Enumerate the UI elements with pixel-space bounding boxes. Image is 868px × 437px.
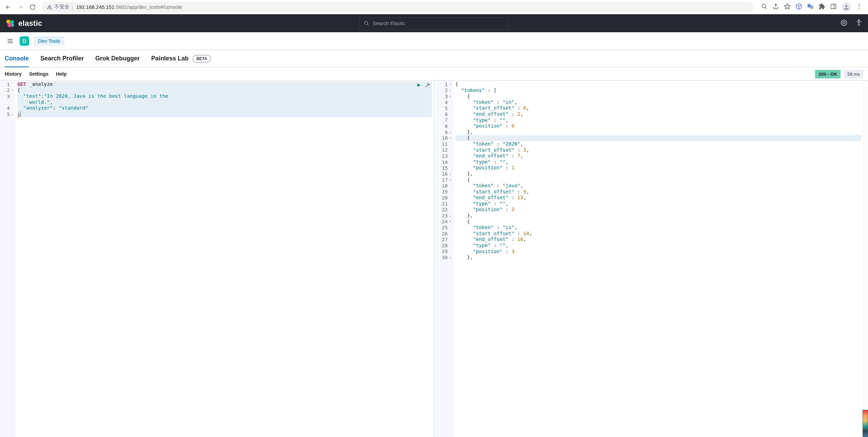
history-link[interactable]: History <box>5 71 22 77</box>
bookmark-star-icon[interactable] <box>784 3 791 11</box>
svg-rect-3 <box>831 4 836 8</box>
nav-forward-button[interactable] <box>15 2 26 13</box>
svg-point-12 <box>841 20 847 26</box>
cube-icon[interactable] <box>795 3 802 11</box>
request-options-button[interactable] <box>425 82 431 89</box>
address-warn-label: 不安全 <box>54 4 70 10</box>
devtools-tabs: Console Search Profiler Grok Debugger Pa… <box>0 50 868 68</box>
settings-link[interactable]: Settings <box>29 71 48 77</box>
console-toolbar: History Settings Help 200 - OK 56 ms <box>0 68 868 81</box>
space-selector[interactable]: D <box>20 36 29 46</box>
tab-console[interactable]: Console <box>5 50 29 67</box>
elastic-logo-mark <box>5 19 15 28</box>
request-pane: 12▾345▴ GET _analyze{ "text":"In 2020, J… <box>0 81 434 437</box>
send-request-button[interactable] <box>416 82 422 89</box>
beta-badge: BETA <box>193 55 211 62</box>
global-search-placeholder: Search Elastic <box>373 20 405 26</box>
nav-toggle-button[interactable] <box>5 36 15 46</box>
perf-meter <box>863 410 868 437</box>
response-viewer[interactable]: { "tokens" : [ { "token" : "in", "start_… <box>453 81 864 437</box>
zoom-icon[interactable] <box>761 3 768 11</box>
tab-grok-debugger[interactable]: Grok Debugger <box>95 50 140 67</box>
share-icon[interactable] <box>772 3 779 11</box>
warning-icon <box>47 4 52 10</box>
sub-header: D Dev Tools <box>0 32 868 50</box>
svg-point-0 <box>762 4 766 8</box>
svg-point-7 <box>859 8 860 9</box>
breadcrumb-devtools[interactable]: Dev Tools <box>34 36 64 45</box>
tab-painless-lab[interactable]: Painless Lab <box>151 50 189 67</box>
response-gutter: 1▾2▾3▾456789▴10▾111213141516▴17▾18192021… <box>434 81 453 437</box>
svg-point-13 <box>843 21 845 24</box>
translate-icon[interactable] <box>807 3 814 11</box>
elastic-logo[interactable]: elastic <box>5 19 42 28</box>
svg-point-8 <box>6 19 11 23</box>
svg-point-10 <box>7 23 12 27</box>
sidepanel-icon[interactable] <box>830 3 837 11</box>
nav-reload-button[interactable] <box>27 2 38 13</box>
svg-point-14 <box>858 20 860 21</box>
address-bar[interactable]: 不安全 | 192.168.245.151:5601/app/dev_tools… <box>42 2 754 13</box>
console-editor: 12▾345▴ GET _analyze{ "text":"In 2020, J… <box>0 81 868 437</box>
svg-point-11 <box>11 23 14 26</box>
elastic-header: elastic Search Elastic <box>0 14 868 32</box>
request-gutter: 12▾345▴ <box>0 81 15 437</box>
nav-back-button[interactable] <box>3 2 14 13</box>
extensions-icon[interactable] <box>818 3 825 11</box>
svg-point-6 <box>859 6 860 7</box>
response-pane: || 1▾2▾3▾456789▴10▾111213141516▴17▾18192… <box>434 81 868 437</box>
tab-search-profiler[interactable]: Search Profiler <box>40 50 84 67</box>
help-link[interactable]: Help <box>56 71 66 77</box>
address-url: 192.168.245.151:5601/app/dev_tools#/cons… <box>76 4 182 10</box>
elastic-logo-text: elastic <box>18 19 42 28</box>
profile-avatar[interactable] <box>842 2 851 12</box>
response-time-badge: 56 ms <box>844 70 863 78</box>
kebab-menu-icon[interactable] <box>856 3 863 11</box>
response-status-badge: 200 - OK <box>815 70 841 78</box>
request-editor[interactable]: GET _analyze{ "text":"In 2020, Java is t… <box>15 81 434 437</box>
svg-point-5 <box>859 4 860 5</box>
global-search-input[interactable]: Search Elastic <box>359 17 509 30</box>
response-scrollbar[interactable] <box>863 81 868 437</box>
accessibility-icon[interactable] <box>855 19 863 27</box>
browser-chrome: 不安全 | 192.168.245.151:5601/app/dev_tools… <box>0 0 868 14</box>
svg-rect-2 <box>810 6 813 9</box>
svg-point-4 <box>845 5 848 7</box>
newsfeed-icon[interactable] <box>840 19 848 27</box>
search-icon <box>364 21 369 26</box>
